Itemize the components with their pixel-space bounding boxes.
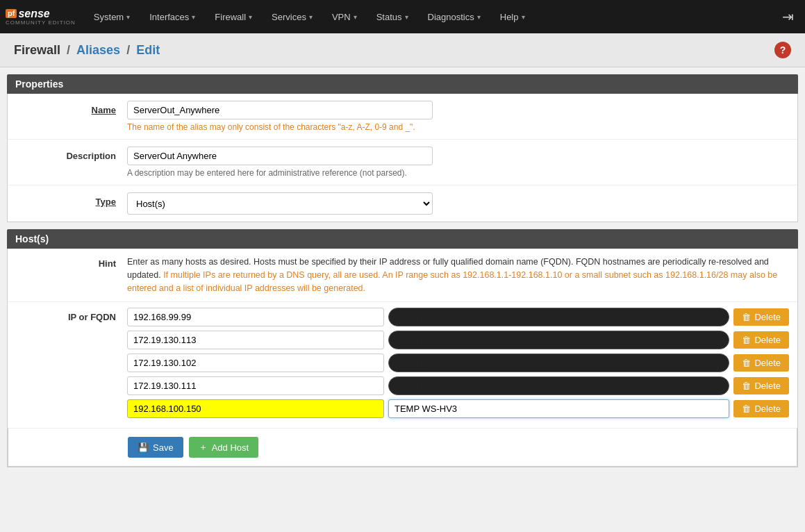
desc-input[interactable] xyxy=(388,331,729,349)
name-label: Name xyxy=(16,101,127,115)
desc-input[interactable] xyxy=(388,399,729,418)
ip-input[interactable] xyxy=(127,331,384,349)
breadcrumb-aliases[interactable]: Aliases xyxy=(76,43,120,57)
navbar: pf sense COMMUNITY EDITION System ▾Inter… xyxy=(0,0,805,33)
trash-icon: 🗑 xyxy=(742,312,751,322)
delete-button[interactable]: 🗑 Delete xyxy=(733,354,789,372)
add-icon: ＋ xyxy=(199,441,208,454)
delete-button[interactable]: 🗑 Delete xyxy=(733,377,789,394)
ip-input[interactable] xyxy=(127,399,384,418)
trash-icon: 🗑 xyxy=(742,404,751,414)
ip-row: 🗑 Delete xyxy=(16,331,789,349)
trash-icon: 🗑 xyxy=(742,358,751,368)
trash-icon: 🗑 xyxy=(742,335,751,345)
nav-item-diagnostics[interactable]: Diagnostics ▾ xyxy=(418,0,490,33)
hosts-section-header: Host(s) xyxy=(7,229,798,249)
nav-item-firewall[interactable]: Firewall ▾ xyxy=(205,0,262,33)
delete-button[interactable]: 🗑 Delete xyxy=(733,308,789,326)
nav-item-system[interactable]: System ▾ xyxy=(84,0,140,33)
nav-item-interfaces[interactable]: Interfaces ▾ xyxy=(140,0,205,33)
type-row: Type Host(s)Network(s)Port(s)URLURL Tabl… xyxy=(8,185,797,222)
main-content: Properties Name The name of the alias ma… xyxy=(0,74,805,481)
breadcrumb: Firewall / Aliases / Edit xyxy=(14,43,160,58)
desc-hint: A description may be entered here for ad… xyxy=(127,168,599,178)
name-row: Name The name of the alias may only cons… xyxy=(8,94,797,140)
ip-section: IP or FQDN🗑 Delete🗑 Delete🗑 Delete🗑 Dele… xyxy=(8,302,797,428)
breadcrumb-sep1: / xyxy=(67,43,74,57)
save-button[interactable]: 💾 Save xyxy=(128,437,183,458)
name-hint: The name of the alias may only consist o… xyxy=(127,122,599,132)
properties-form: Name The name of the alias may only cons… xyxy=(7,94,798,222)
add-host-button[interactable]: ＋ Add Host xyxy=(189,437,258,458)
ip-input[interactable] xyxy=(127,308,384,326)
pf-icon: pf xyxy=(6,9,17,18)
ip-row: IP or FQDN🗑 Delete xyxy=(16,308,789,326)
name-input[interactable] xyxy=(127,101,433,119)
desc-field: A description may be entered here for ad… xyxy=(127,147,789,178)
ip-row: 🗑 Delete xyxy=(16,399,789,418)
hint-orange: If multiple IPs are returned by a DNS qu… xyxy=(127,270,777,293)
hint-label: Hint xyxy=(16,256,127,269)
nav-arrow-system: ▾ xyxy=(126,13,130,21)
breadcrumb-firewall: Firewall xyxy=(14,43,60,57)
ip-input[interactable] xyxy=(127,354,384,372)
breadcrumb-edit: Edit xyxy=(136,43,160,57)
help-icon[interactable]: ? xyxy=(774,42,791,58)
brand-name: sense xyxy=(18,8,49,19)
delete-button[interactable]: 🗑 Delete xyxy=(733,400,789,417)
community-edition: COMMUNITY EDITION xyxy=(6,20,76,26)
trash-icon: 🗑 xyxy=(742,381,751,391)
desc-label: Description xyxy=(16,147,127,161)
action-buttons: 💾 Save ＋ Add Host xyxy=(8,428,797,467)
nav-arrow-vpn: ▾ xyxy=(354,13,357,21)
desc-input[interactable] xyxy=(127,147,433,165)
add-host-label: Add Host xyxy=(212,442,249,453)
breadcrumb-bar: Firewall / Aliases / Edit ? xyxy=(0,33,805,67)
nav-item-vpn[interactable]: VPN ▾ xyxy=(322,0,367,33)
properties-section-header: Properties xyxy=(7,74,798,94)
desc-input[interactable] xyxy=(388,354,729,372)
desc-input[interactable] xyxy=(388,376,729,395)
type-select[interactable]: Host(s)Network(s)Port(s)URLURL TableGeoI… xyxy=(127,192,433,215)
nav-item-help[interactable]: Help ▾ xyxy=(490,0,535,33)
nav-arrow-status: ▾ xyxy=(405,13,408,21)
desc-row: Description A description may be entered… xyxy=(8,140,797,185)
nav-item-services[interactable]: Services ▾ xyxy=(262,0,322,33)
breadcrumb-sep2: / xyxy=(126,43,133,57)
navbar-right: ⇥ xyxy=(777,6,799,28)
nav-arrow-interfaces: ▾ xyxy=(192,13,195,21)
hint-row: Hint Enter as many hosts as desired. Hos… xyxy=(8,249,797,302)
nav-arrow-help: ▾ xyxy=(522,13,525,21)
hint-text: Enter as many hosts as desired. Hosts mu… xyxy=(127,256,789,294)
desc-input[interactable] xyxy=(388,308,729,326)
nav-menu: System ▾Interfaces ▾Firewall ▾Services ▾… xyxy=(84,0,777,33)
nav-arrow-services: ▾ xyxy=(309,13,313,21)
host-area: Hint Enter as many hosts as desired. Hos… xyxy=(7,249,798,467)
delete-button[interactable]: 🗑 Delete xyxy=(733,331,789,349)
ip-fqdn-label: IP or FQDN xyxy=(16,312,127,322)
nav-item-status[interactable]: Status ▾ xyxy=(367,0,418,33)
nav-arrow-diagnostics: ▾ xyxy=(477,13,481,21)
brand-logo[interactable]: pf sense COMMUNITY EDITION xyxy=(6,8,76,26)
type-label: Type xyxy=(16,192,127,207)
save-label: Save xyxy=(153,442,174,453)
nav-arrow-firewall: ▾ xyxy=(249,13,252,21)
ip-row: 🗑 Delete xyxy=(16,376,789,395)
type-field: Host(s)Network(s)Port(s)URLURL TableGeoI… xyxy=(127,192,789,215)
save-icon: 💾 xyxy=(138,442,149,453)
name-field: The name of the alias may only consist o… xyxy=(127,101,789,132)
ip-row: 🗑 Delete xyxy=(16,354,789,372)
ip-input[interactable] xyxy=(127,376,384,395)
logout-icon[interactable]: ⇥ xyxy=(777,6,799,28)
